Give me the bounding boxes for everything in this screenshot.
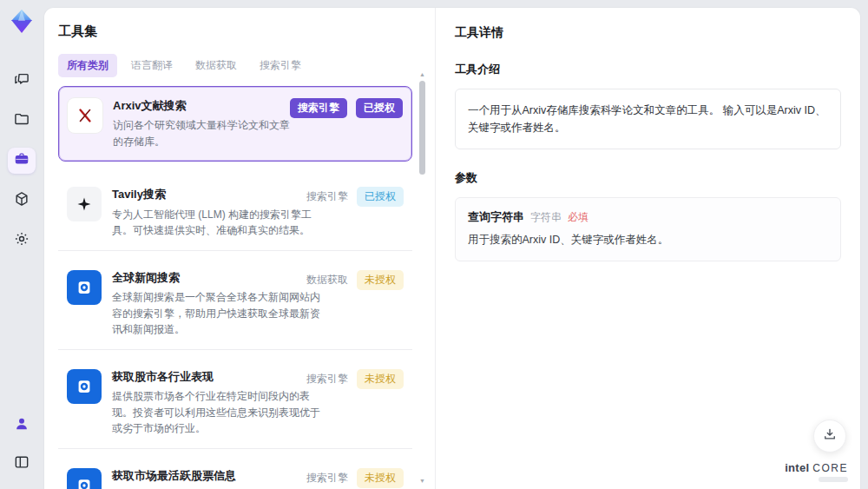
tool-description: 提供股票市场各个行业在特定时间段内的表现。投资者可以利用这些信息来识别表现优于或… [112,388,329,437]
scrollbar-thumb[interactable] [419,81,425,175]
main-content: 工具集 所有类别 语言翻译 数据获取 搜索引擎 A [43,7,861,489]
scroll-down-arrow[interactable]: ▼ [418,477,426,486]
sidebar-item-settings[interactable] [8,228,36,254]
sidebar-item-files[interactable] [8,108,36,134]
parameter-description: 用于搜索的Arxiv ID、关键字或作者姓名。 [468,233,828,248]
brand-intel: intel [785,461,809,474]
list-scrollbar[interactable]: ▲ ▼ [418,70,426,486]
tool-description: 访问各个研究领域大量科学论文和文章的存储库。 [113,117,295,149]
category-badge: 搜索引擎 [306,189,348,204]
app-logo-icon [7,7,36,36]
parameter-type: 字符串 [530,210,562,225]
tool-card-most-active-stocks[interactable]: 获取市场最活跃股票信息 提供当天交易量最高的股票列表。投资者可以利用这些信息来识… [58,457,412,489]
category-badge: 搜索引擎 [306,372,348,387]
tool-list: Arxiv文献搜索 访问各个研究领域大量科学论文和文章的存储库。 搜索引擎 已授… [58,86,412,489]
intro-text-box: 一个用于从Arxiv存储库搜索科学论文和文章的工具。 输入可以是Arxiv ID… [455,89,841,149]
tab-all-categories[interactable]: 所有类别 [58,54,117,77]
intel-core-logo: intel CORE [785,461,848,482]
user-icon [13,415,30,436]
tool-name: Arxiv文献搜索 [113,98,295,114]
tool-description: 专为人工智能代理 (LLM) 构建的搜索引擎工具。可快速提供实时、准确和真实的结… [112,207,329,239]
brand-subtext-decoration [819,477,848,482]
scroll-up-arrow[interactable]: ▲ [418,70,426,79]
news-search-icon [67,270,102,305]
auth-status-badge: 未授权 [357,468,404,488]
arxiv-icon [68,98,102,133]
app-window: 工具集 所有类别 语言翻译 数据获取 搜索引擎 A [0,0,868,489]
page-title: 工具集 [58,23,412,40]
sidebar-item-chat[interactable] [8,68,36,94]
auth-status-badge: 已授权 [357,187,404,207]
tool-detail-pane: 工具详情 工具介绍 一个用于从Arxiv存储库搜索科学论文和文章的工具。 输入可… [435,8,860,489]
auth-status-badge: 已授权 [356,98,403,118]
tools-list-pane: 工具集 所有类别 语言翻译 数据获取 搜索引擎 A [44,8,435,489]
stock-icon [67,369,102,404]
category-tabs: 所有类别 语言翻译 数据获取 搜索引擎 [58,54,412,77]
parameter-item: 查询字符串 字符串 必填 用于搜索的Arxiv ID、关键字或作者姓名。 [455,197,841,261]
sidebar-item-models[interactable] [8,188,36,214]
stock-icon [67,468,102,489]
parameter-name: 查询字符串 [468,209,524,225]
download-icon [822,426,838,446]
chat-icon [13,70,30,91]
download-button[interactable] [813,420,846,453]
tab-language-translation[interactable]: 语言翻译 [122,54,181,77]
tab-data-acquisition[interactable]: 数据获取 [187,54,246,77]
intro-heading: 工具介绍 [455,62,841,77]
category-badge: 数据获取 [306,273,348,287]
tool-name: 全球新闻搜索 [112,270,329,286]
tool-card-sector-performance[interactable]: 获取股市各行业表现 提供股票市场各个行业在特定时间段内的表现。投资者可以利用这些… [58,358,412,449]
tool-description: 全球新闻搜索是一个聚合全球各大新闻网站内容的搜索引擎，帮助用户快速获取全球最新资… [112,289,329,338]
category-badge: 搜索引擎 [290,98,347,118]
category-badge: 搜索引擎 [306,471,348,486]
cube-icon [13,190,30,211]
tool-name: 获取市场最活跃股票信息 [112,468,329,484]
tool-card-arxiv[interactable]: Arxiv文献搜索 访问各个研究领域大量科学论文和文章的存储库。 搜索引擎 已授… [58,86,412,162]
auth-status-badge: 未授权 [357,270,404,290]
params-heading: 参数 [455,170,841,186]
auth-status-badge: 未授权 [357,369,404,389]
panel-toggle-icon [13,453,30,474]
parameter-required-flag: 必填 [568,210,589,225]
tool-card-global-news[interactable]: 全球新闻搜索 全球新闻搜索是一个聚合全球各大新闻网站内容的搜索引擎，帮助用户快速… [58,259,412,350]
tavily-icon [67,187,102,221]
detail-title: 工具详情 [455,25,841,41]
sidebar-item-user[interactable] [8,413,36,439]
tab-search-engine[interactable]: 搜索引擎 [251,54,310,77]
tool-card-tavily[interactable]: Tavily搜索 专为人工智能代理 (LLM) 构建的搜索引擎工具。可快速提供实… [58,175,412,250]
sidebar-item-panel-toggle[interactable] [8,451,36,477]
sidebar-item-tools[interactable] [8,148,36,174]
brand-core: CORE [812,462,848,474]
gear-icon [13,230,30,251]
briefcase-icon [13,150,30,171]
sidebar [0,0,43,489]
folder-icon [13,110,30,131]
tool-name: 获取股市各行业表现 [112,369,329,385]
tool-name: Tavily搜索 [112,187,329,202]
